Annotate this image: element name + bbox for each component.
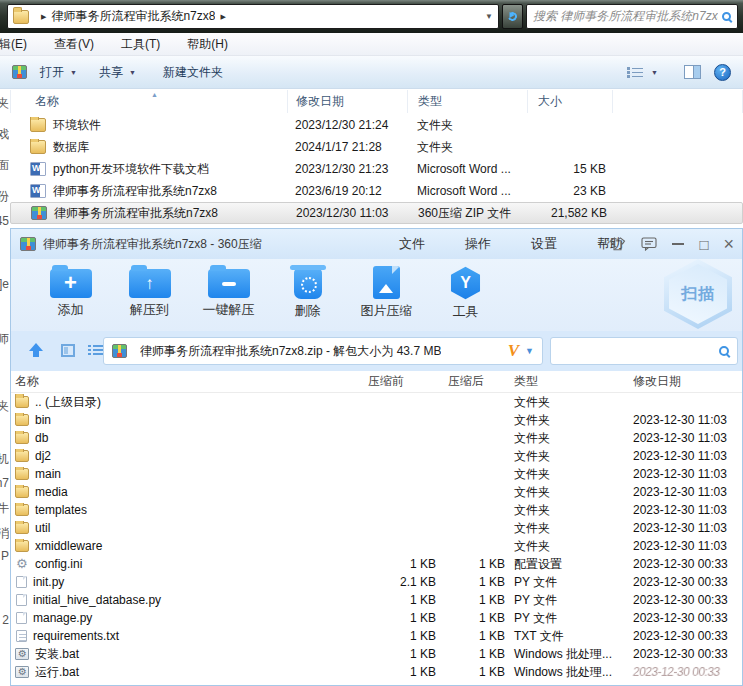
open-button[interactable]: 打开 ▼ — [12, 56, 77, 88]
file-date: 2023-12-30 11:03 — [621, 485, 742, 499]
view-mode-icon[interactable] — [61, 344, 75, 357]
menu-item[interactable]: 操作 — [465, 235, 491, 253]
column-header-type[interactable]: 类型 — [408, 90, 528, 113]
toolbar-label: 一键解压 — [203, 301, 255, 319]
size-after: 1 KB — [436, 557, 505, 571]
file-name: util — [35, 521, 50, 535]
toolbar-button[interactable]: 工具 — [426, 259, 505, 331]
file-name: 安装.bat — [35, 646, 79, 663]
share-button[interactable]: 共享 ▼ — [99, 56, 136, 88]
toolbar-button[interactable]: 图片压缩 — [347, 259, 426, 331]
file-date: 2023-12-30 00:33 — [621, 629, 742, 643]
table-row[interactable]: 律师事务所流程审批系统n7zx8 2023/6/19 20:12 Microso… — [10, 180, 743, 202]
size-after: 1 KB — [436, 611, 505, 625]
table-row[interactable]: media 文件夹 2023-12-30 11:03 — [11, 483, 742, 501]
skin-icon[interactable] — [609, 237, 626, 251]
address-dropdown-icon[interactable]: ▼ — [485, 12, 493, 21]
file-type: PY 文件 — [505, 592, 621, 609]
toolbar-button[interactable]: 一键解压 — [189, 259, 268, 331]
column-header-size[interactable]: 大小 — [528, 90, 613, 113]
table-row[interactable]: 安装.bat 1 KB 1 KB Windows 批处理... 2023-12-… — [11, 645, 742, 663]
chevron-down-icon[interactable]: ▼ — [525, 346, 534, 356]
menu-item[interactable]: 编辑(E) — [0, 36, 27, 53]
size-before: 1 KB — [361, 611, 436, 625]
breadcrumb[interactable]: 律师事务所流程审批系统n7zx8 — [51, 8, 215, 25]
table-row[interactable]: config.ini 1 KB 1 KB 配置设置 2023-12-30 00:… — [11, 555, 742, 573]
file-icon — [15, 468, 29, 480]
file-name: db — [35, 431, 48, 445]
table-row[interactable]: 运行.bat 1 KB 1 KB Windows 批处理... 2023-12-… — [11, 663, 742, 681]
file-date: 2023-12-30 00:33 — [621, 575, 742, 589]
zip360-menubar: 文件 操作 设置 帮助 — [399, 229, 623, 259]
archive-path-bar[interactable]: 律师事务所流程审批系统n7zx8.zip - 解包大小为 43.7 MB V ▼ — [103, 337, 543, 365]
file-type: Microsoft Word ... — [407, 184, 527, 198]
minimize-icon[interactable] — [672, 243, 684, 245]
column-header-unpacked[interactable]: 压缩后 — [436, 373, 505, 390]
archive-icon — [112, 344, 127, 358]
file-name: init.py — [33, 575, 64, 589]
file-name: xmiddleware — [35, 539, 102, 553]
list-mode-icon[interactable] — [88, 345, 103, 356]
column-header-type[interactable]: 类型 — [505, 373, 621, 390]
file-type: 文件夹 — [505, 520, 621, 537]
table-row[interactable]: python开发环境软件下载文档 2023/12/30 21:23 Micros… — [10, 158, 743, 180]
table-row[interactable]: dj2 文件夹 2023-12-30 11:03 — [11, 447, 742, 465]
clipped-text-fragment: 夹 — [0, 398, 9, 415]
table-row[interactable]: initial_hive_database.py 1 KB 1 KB PY 文件… — [11, 591, 742, 609]
change-view-button[interactable]: ▼ — [627, 56, 658, 88]
file-name: 数据库 — [53, 139, 89, 156]
table-row[interactable]: xmiddleware 文件夹 2023-12-30 11:03 — [11, 537, 742, 555]
column-header-name[interactable]: 名称 ▲ — [11, 90, 288, 113]
file-type: Microsoft Word ... — [407, 162, 527, 176]
table-row[interactable]: bin 文件夹 2023-12-30 11:03 — [11, 411, 742, 429]
menu-item[interactable]: 设置 — [531, 235, 557, 253]
toolbar-button[interactable]: 删除 — [268, 259, 347, 331]
share-label: 共享 — [99, 64, 123, 81]
table-row[interactable]: .. (上级目录) 文件夹 — [11, 393, 742, 411]
table-row[interactable]: util 文件夹 2023-12-30 11:03 — [11, 519, 742, 537]
archive-search-box[interactable] — [550, 337, 738, 365]
table-row[interactable]: requirements.txt 1 KB 1 KB TXT 文件 2023-1… — [11, 627, 742, 645]
maximize-icon[interactable]: □ — [699, 236, 708, 253]
file-icon — [31, 206, 47, 220]
toolbar-label: 工具 — [453, 303, 479, 321]
archive-icon — [12, 65, 27, 79]
new-folder-label: 新建文件夹 — [163, 64, 223, 81]
menu-item[interactable]: 文件 — [399, 235, 425, 253]
menu-item[interactable]: 工具(T) — [121, 36, 160, 53]
column-header-date[interactable]: 修改日期 — [621, 373, 742, 390]
chevron-down-icon: ▼ — [70, 69, 77, 76]
file-name: initial_hive_database.py — [33, 593, 161, 607]
table-row[interactable]: 数据库 2024/1/17 21:28 文件夹 — [10, 136, 743, 158]
toolbar-button[interactable]: 解压到 — [110, 259, 189, 331]
table-row[interactable]: 律师事务所流程审批系统n7zx8 2023/12/30 11:03 360压缩 … — [10, 202, 743, 224]
table-row[interactable]: manage.py 1 KB 1 KB PY 文件 2023-12-30 00:… — [11, 609, 742, 627]
refresh-button[interactable] — [502, 4, 523, 29]
toolbar-button[interactable]: 添加 — [31, 259, 110, 331]
table-row[interactable]: db 文件夹 2023-12-30 11:03 — [11, 429, 742, 447]
clipped-text-fragment: 面 — [0, 157, 9, 174]
preview-pane-button[interactable] — [684, 56, 701, 88]
close-icon[interactable]: × — [723, 235, 734, 253]
refresh-icon — [507, 11, 519, 23]
search-input[interactable]: 搜索 律师事务所流程审批系统n7zx8 — [533, 8, 718, 25]
menu-item[interactable]: 帮助(H) — [187, 36, 228, 53]
new-folder-button[interactable]: 新建文件夹 — [163, 56, 223, 88]
address-bar[interactable]: ▶ 律师事务所流程审批系统n7zx8 ▶ ▼ — [7, 4, 499, 29]
table-row[interactable]: 环境软件 2023/12/30 21:24 文件夹 — [10, 114, 743, 136]
search-box[interactable]: 搜索 律师事务所流程审批系统n7zx8 — [526, 4, 738, 29]
table-row[interactable]: main 文件夹 2023-12-30 11:03 — [11, 465, 742, 483]
column-header-packed[interactable]: 压缩前 — [361, 373, 436, 390]
feedback-icon[interactable] — [641, 237, 657, 251]
column-header-date[interactable]: 修改日期 — [288, 90, 408, 113]
file-type: PY 文件 — [505, 610, 621, 627]
file-type: 文件夹 — [505, 502, 621, 519]
column-header-name[interactable]: 名称 — [11, 373, 361, 390]
table-row[interactable]: templates 文件夹 2023-12-30 11:03 — [11, 501, 742, 519]
up-directory-icon[interactable] — [29, 343, 43, 359]
table-row[interactable]: init.py 2.1 KB 1 KB PY 文件 2023-12-30 00:… — [11, 573, 742, 591]
menu-item[interactable]: 查看(V) — [54, 36, 94, 53]
file-name: dj2 — [35, 449, 51, 463]
breadcrumb-arrow-icon[interactable]: ▶ — [220, 13, 225, 21]
help-button[interactable]: ? — [714, 56, 731, 88]
